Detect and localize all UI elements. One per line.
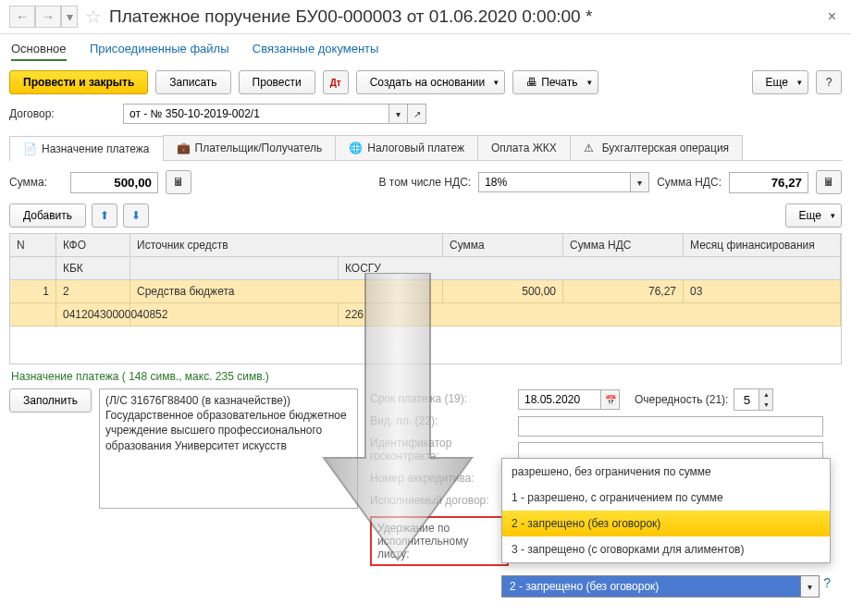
add-row-button[interactable]: Добавить — [9, 203, 86, 228]
vat-rate-input[interactable] — [478, 172, 631, 192]
vid-input[interactable] — [518, 416, 823, 437]
move-down-button[interactable]: ⬇ — [123, 203, 149, 228]
withholding-label: Удержание по исполнительному листу: — [370, 516, 509, 566]
save-button[interactable]: Записать — [155, 70, 230, 94]
print-button[interactable]: 🖶 Печать — [512, 70, 598, 94]
contract-input[interactable] — [123, 104, 389, 124]
incl-vat-label: В том числе НДС: — [378, 176, 471, 189]
srok-label: Срок платежа (19): — [370, 392, 509, 405]
col-n: N — [10, 234, 56, 257]
withholding-selected-value[interactable]: 2 - запрещено (без оговорок) — [501, 575, 801, 598]
tab-tax[interactable]: 🌐 Налоговый платеж — [335, 135, 478, 160]
warning-icon: ⚠ — [584, 142, 597, 154]
calculator-button-2[interactable]: 🖩 — [816, 170, 842, 194]
contract-open-button[interactable]: ↗ — [408, 104, 426, 124]
nav-related[interactable]: Связанные документы — [253, 42, 379, 55]
akkred-label: Номер аккредитива: — [370, 472, 509, 485]
payment-date-input[interactable] — [518, 389, 601, 410]
withholding-dropdown[interactable]: разрешено, без ограничения по сумме 1 - … — [501, 458, 831, 563]
order-label: Очередность (21): — [635, 393, 728, 406]
contract-label: Договор: — [9, 107, 116, 120]
help-link[interactable]: ? — [823, 575, 831, 598]
withholding-dropdown-button[interactable]: ▾ — [801, 575, 820, 598]
create-based-button[interactable]: Создать на основании — [356, 70, 506, 94]
col-sum: Сумма — [443, 234, 563, 257]
tab-acct[interactable]: ⚠ Бухгалтерская операция — [570, 135, 743, 160]
ident-label: Идентификатор госконтракта: — [370, 437, 509, 462]
order-stepper[interactable]: ▲ ▼ — [734, 388, 773, 411]
favorite-icon[interactable]: ☆ — [85, 6, 102, 28]
window-title: Платежное поручение БУ00-000003 от 01.06… — [109, 6, 822, 27]
sum-input[interactable] — [70, 172, 158, 193]
vat-sum-input[interactable] — [729, 172, 808, 193]
dtkt-icon-button[interactable]: Дт — [323, 70, 349, 94]
nav-forward-button[interactable]: → — [35, 6, 61, 28]
table-more-button[interactable]: Еще — [785, 203, 842, 228]
col-source: Источник средств — [130, 234, 443, 257]
tab-purpose[interactable]: 📄 Назначение платежа — [9, 136, 164, 161]
nav-back-button[interactable]: ← — [9, 6, 35, 28]
post-button[interactable]: Провести — [239, 70, 315, 94]
col-month: Месяц финансирования — [684, 234, 841, 257]
nav-attached[interactable]: Присоединенные файлы — [90, 42, 229, 55]
purpose-counter: Назначение платежа ( 148 симв., макс. 23… — [0, 364, 851, 385]
post-and-close-button[interactable]: Провести и закрыть — [9, 70, 148, 94]
date-picker-button[interactable]: 📅 — [601, 389, 620, 410]
calculator-button[interactable]: 🖩 — [166, 170, 191, 194]
step-down[interactable]: ▼ — [759, 400, 772, 410]
more-toolbar-button[interactable]: Еще — [752, 70, 808, 94]
dropdown-option[interactable]: 1 - разрешено, с ограничением по сумме — [502, 485, 830, 511]
dropdown-option[interactable]: 3 - запрещено (с оговорками для алименто… — [502, 536, 830, 562]
step-up[interactable]: ▲ — [759, 389, 772, 400]
vat-sum-label: Сумма НДС: — [657, 176, 722, 189]
printer-icon: 🖶 — [526, 76, 537, 89]
tab-zhkh[interactable]: Оплата ЖКХ — [477, 135, 571, 160]
tab-payer[interactable]: 💼 Плательщик/Получатель — [163, 135, 337, 160]
table-row[interactable]: 1 2 Средства бюджета 500,00 76,27 03 — [10, 280, 841, 303]
dropdown-option[interactable]: разрешено, без ограничения по сумме — [502, 459, 830, 485]
help-button[interactable]: ? — [816, 70, 842, 94]
document-icon: 📄 — [23, 142, 36, 155]
vat-rate-dropdown[interactable]: ▾ — [631, 172, 649, 192]
fill-button[interactable]: Заполнить — [9, 388, 92, 413]
col-kosgu: КОСГУ — [339, 257, 841, 280]
col-vat: Сумма НДС — [563, 234, 684, 257]
col-kbk: КБК — [56, 257, 130, 280]
ispoln-label: Исполняемый договор: — [370, 494, 509, 507]
purpose-textarea[interactable]: (Л/С 31676Г88400 (в казначействе)) Госуд… — [99, 388, 358, 509]
nav-history-button[interactable]: ▾ — [61, 6, 78, 28]
move-up-button[interactable]: ⬆ — [92, 203, 117, 228]
col-kfo: КФО — [56, 234, 130, 257]
contract-dropdown-button[interactable]: ▾ — [389, 104, 408, 124]
vid-label: Вид. пл. (22): — [370, 414, 509, 427]
dropdown-option-selected[interactable]: 2 - запрещено (без оговорок) — [502, 511, 830, 536]
table-row-sub[interactable]: 04120430000040852 226 — [10, 303, 841, 326]
briefcase-icon: 💼 — [177, 142, 190, 154]
globe-icon: 🌐 — [349, 142, 362, 154]
nav-main[interactable]: Основное — [11, 42, 67, 61]
funding-grid[interactable]: N КФО Источник средств Сумма Сумма НДС М… — [9, 233, 842, 364]
close-button[interactable]: × — [822, 8, 842, 25]
sum-label: Сумма: — [9, 176, 63, 189]
